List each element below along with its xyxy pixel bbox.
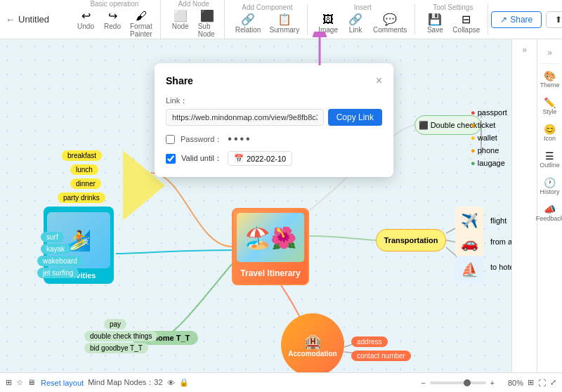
address-node[interactable]: address (351, 337, 388, 347)
relation-button[interactable]: 🔗 Relation (232, 13, 265, 35)
comments-button[interactable]: 💬 Comments (370, 13, 410, 35)
dialog-header: Share × (166, 74, 382, 87)
fullscreen-button[interactable]: ⛶ (538, 379, 546, 387)
link-label: Link： (166, 96, 382, 106)
basic-operation-label: Basic operation (90, 0, 138, 8)
plus-zoom-button[interactable]: + (490, 379, 495, 387)
share-button[interactable]: ↗ Share (491, 11, 542, 28)
hotel-icon: 🏨 (304, 333, 322, 350)
luggage-label: laugage (478, 159, 505, 167)
link-input[interactable] (166, 109, 324, 126)
dinner-node[interactable]: dinner (70, 178, 101, 189)
comments-label: Comments (373, 26, 407, 34)
feedback-icon-2: 📣 (544, 204, 556, 215)
bid-goodbye-node[interactable]: bid goodbye T_T (84, 343, 148, 353)
copy-link-button[interactable]: Copy Link (328, 109, 382, 126)
node-button[interactable]: ⬜ Node (168, 9, 193, 39)
export-button[interactable]: ⬆ Export (546, 11, 562, 28)
style-button[interactable]: ✏️ Style (537, 93, 562, 119)
fit-screen-button[interactable]: ⊞ (528, 378, 534, 387)
format-painter-button[interactable]: 🖌 Format Painter (126, 9, 156, 39)
breakfast-node[interactable]: breakfast (62, 150, 102, 161)
back-button[interactable]: ← (6, 13, 15, 27)
flight-node[interactable]: flight (490, 216, 507, 225)
valid-date-value: 2022-02-10 (247, 155, 286, 163)
phone-node[interactable]: ● phone (471, 146, 499, 155)
sidebar-divider (540, 63, 560, 64)
contact-node[interactable]: contact number (351, 351, 411, 361)
history-label-2: History (540, 188, 559, 195)
undo-icon: ↩ (81, 11, 91, 22)
link-field: Link： Copy Link (166, 96, 382, 126)
wakeboard-node[interactable]: wakeboard (37, 256, 83, 266)
minus-zoom-button[interactable]: − (421, 379, 425, 387)
expand-icon-button[interactable]: » (537, 45, 562, 60)
save-button[interactable]: 💾 Save (422, 13, 447, 35)
valid-date-picker[interactable]: 📅 2022-02-10 (228, 151, 292, 166)
outline-button[interactable]: ☰ Outline (537, 147, 562, 172)
expand-icon: » (547, 48, 552, 58)
redo-button[interactable]: ↪ Redo (100, 9, 125, 39)
password-label: Password： (181, 134, 222, 145)
surf-node[interactable]: surf (41, 232, 64, 242)
pay-node[interactable]: pay (104, 319, 126, 329)
sub-node-icon: ⬛ (200, 11, 214, 22)
zoom-slider[interactable] (430, 381, 486, 384)
jet-surfing-node[interactable]: jet surfing (37, 268, 79, 278)
zoom-level: 80% (499, 379, 523, 387)
save-label: Save (427, 26, 443, 34)
transportation-label: Transportation (384, 236, 438, 244)
luggage-bullet: ● (471, 159, 478, 167)
travel-itinerary-center[interactable]: 🏖️🌺 Travel Itinerary (232, 208, 309, 285)
collapse-sidebar-button[interactable]: » (511, 39, 537, 372)
ticket-node[interactable]: ● ticket (471, 121, 495, 129)
dialog-close-button[interactable]: × (376, 74, 382, 87)
summary-label: Summary (269, 26, 299, 34)
basic-operation-group: Basic operation ↩ Undo ↪ Redo 🖌 Format P… (69, 0, 161, 39)
valid-checkbox[interactable] (166, 154, 176, 164)
zoom-handle[interactable] (464, 379, 471, 386)
valid-label: Valid until： (181, 153, 222, 164)
link-icon: 🔗 (348, 14, 362, 25)
luggage-node[interactable]: ● laugage (471, 159, 505, 167)
wallet-node[interactable]: ● wallet (471, 133, 497, 142)
party-drinks-node[interactable]: party drinks (58, 192, 105, 203)
format-painter-icon: 🖌 (136, 11, 147, 22)
save-icon: 💾 (428, 14, 442, 25)
chevron-right-icon: » (522, 45, 527, 55)
kayak-node[interactable]: kayak (41, 244, 70, 254)
bottom-center: Reset layout Mind Map Nodes：32 👁 🔒 (41, 377, 189, 388)
summary-button[interactable]: 📋 Summary (266, 13, 303, 35)
collapse-button[interactable]: ⊟ Collapse (449, 13, 483, 35)
relation-icon: 🔗 (241, 14, 255, 25)
insert-group: Insert 🖼 Image 🔗 Link 💬 Comments (311, 4, 415, 35)
add-component-group: Add Component 🔗 Relation 📋 Summary (228, 4, 308, 35)
passport-node[interactable]: ● passport (471, 108, 507, 117)
valid-row: Valid until： 📅 2022-02-10 (166, 151, 382, 166)
phone-label: phone (478, 146, 499, 155)
lunch-node[interactable]: lunch (70, 164, 98, 175)
icon-button[interactable]: 😊 Icon (537, 120, 562, 145)
sub-node-button[interactable]: ⬛ Sub Node (195, 9, 220, 39)
undo-button[interactable]: ↩ Undo (73, 9, 98, 39)
theme-button[interactable]: 🎨 Theme (537, 67, 562, 92)
add-component-items: 🔗 Relation 📋 Summary (232, 13, 303, 35)
password-checkbox[interactable] (166, 135, 175, 144)
add-node-label: Add Node (178, 0, 209, 8)
history-button[interactable]: 🕐 History (537, 174, 562, 199)
transportation-node[interactable]: Transportation (376, 229, 446, 251)
link-row: Copy Link (166, 109, 382, 126)
document-title[interactable]: Untitled (18, 14, 60, 25)
travel-label: Travel Itinerary (240, 268, 300, 278)
sub-node-label: Sub Node (198, 22, 216, 38)
double-check-things-node[interactable]: double check things (84, 331, 157, 341)
comments-icon: 💬 (383, 14, 397, 25)
accomodation-node[interactable]: 🏨 Accomodation (281, 313, 344, 372)
reset-layout-button[interactable]: Reset layout (41, 379, 84, 387)
link-button[interactable]: 🔗 Link (343, 13, 368, 35)
nodes-count: Mind Map Nodes：32 (88, 377, 162, 388)
theme-icon-2: 🎨 (544, 70, 556, 81)
expand-button[interactable]: ⤢ (550, 378, 556, 387)
theme-label-2: Theme (540, 81, 559, 89)
feedback-button[interactable]: 📣 Feedback (537, 200, 562, 226)
